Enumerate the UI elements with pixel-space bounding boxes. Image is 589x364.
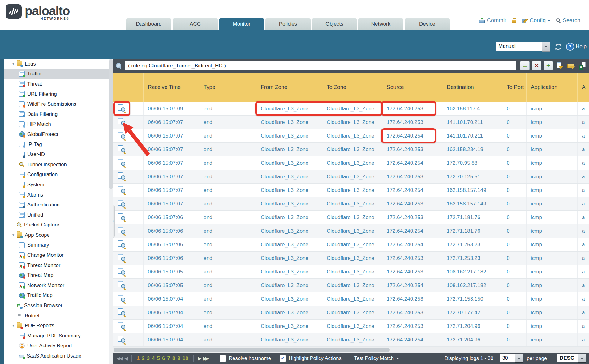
- cell-source[interactable]: 172.64.240.254: [382, 129, 442, 142]
- cell-action[interactable]: a: [578, 333, 589, 346]
- cell-application[interactable]: icmp: [527, 238, 578, 251]
- log-detail-button[interactable]: [113, 116, 130, 129]
- sidebar-item-data-filtering[interactable]: Data Filtering: [4, 109, 113, 119]
- cell-receive-time[interactable]: 06/06 15:07:07: [144, 197, 199, 210]
- sidebar-item-alarms[interactable]: Alarms: [4, 190, 113, 200]
- column-header-type[interactable]: Type: [199, 73, 256, 102]
- cell-source[interactable]: 172.64.240.254: [382, 224, 442, 238]
- cell-to-port[interactable]: 0: [502, 292, 527, 306]
- cell-to-port[interactable]: 0: [502, 116, 527, 129]
- cell-source[interactable]: 172.64.240.253: [382, 252, 442, 265]
- log-detail-button[interactable]: [113, 320, 130, 333]
- sidebar-item-network-monitor[interactable]: Network Monitor: [4, 280, 113, 290]
- cell-application[interactable]: icmp: [527, 102, 578, 115]
- sidebar-item-wildfire-submissions[interactable]: WildFire Submissions: [4, 99, 113, 109]
- cell-receive-time[interactable]: 06/06 15:07:04: [144, 306, 199, 319]
- sidebar-item-globalprotect[interactable]: GlobalProtect: [4, 129, 113, 139]
- cell-destination[interactable]: 172.71.153.150: [442, 292, 502, 306]
- cell-type[interactable]: end: [199, 252, 256, 265]
- cell-application[interactable]: icmp: [527, 292, 578, 306]
- cell-source[interactable]: 172.64.240.254: [382, 184, 442, 197]
- cell-type[interactable]: end: [199, 292, 256, 306]
- cell-from-zone[interactable]: Cloudflare_L3_Zone: [256, 156, 322, 170]
- column-header-receive-time[interactable]: Receive Time: [144, 73, 199, 102]
- cell-to-zone[interactable]: Cloudflare_L3_Zone: [322, 333, 382, 346]
- cell-from-zone[interactable]: Cloudflare_L3_Zone: [256, 224, 322, 238]
- cell-to-zone[interactable]: Cloudflare_L3_Zone: [322, 211, 382, 224]
- sidebar-item-url-filtering[interactable]: URL Filtering: [4, 89, 113, 99]
- cell-source[interactable]: 172.64.240.253: [382, 320, 442, 333]
- sidebar-item-threat-monitor[interactable]: Threat Monitor: [4, 260, 113, 270]
- cell-to-zone[interactable]: Cloudflare_L3_Zone: [322, 143, 382, 156]
- sidebar-item-logs[interactable]: ▼Logs: [4, 59, 113, 69]
- sidebar-item-system[interactable]: System: [4, 180, 113, 190]
- cell-source[interactable]: 172.64.240.253: [382, 170, 442, 183]
- cell-action[interactable]: a: [578, 224, 589, 238]
- cell-type[interactable]: end: [199, 116, 256, 129]
- cell-type[interactable]: end: [199, 143, 256, 156]
- cell-to-port[interactable]: 0: [502, 224, 527, 238]
- cell-type[interactable]: end: [199, 333, 256, 346]
- sidebar-item-manage-pdf-summary[interactable]: Manage PDF Summary: [4, 331, 113, 341]
- cell-type[interactable]: end: [199, 238, 256, 251]
- cell-from-zone[interactable]: Cloudflare_L3_Zone: [256, 129, 322, 142]
- log-detail-button[interactable]: [113, 197, 130, 210]
- cell-to-zone[interactable]: Cloudflare_L3_Zone: [322, 238, 382, 251]
- column-header-source[interactable]: Source: [382, 73, 442, 102]
- cell-receive-time[interactable]: 06/06 15:07:06: [144, 224, 199, 238]
- cell-destination[interactable]: 172.71.253.23: [442, 238, 502, 251]
- cell-type[interactable]: end: [199, 156, 256, 170]
- cell-to-port[interactable]: 0: [502, 197, 527, 210]
- sidebar-item-ip-tag[interactable]: IP-Tag: [4, 139, 113, 150]
- edit-filter-icon[interactable]: [555, 61, 564, 70]
- cell-type[interactable]: end: [199, 306, 256, 319]
- cell-receive-time[interactable]: 06/06 15:07:04: [144, 292, 199, 306]
- cell-to-port[interactable]: 0: [502, 129, 527, 142]
- cell-destination[interactable]: 172.70.95.88: [442, 156, 502, 170]
- config-menu-button[interactable]: Config: [522, 17, 551, 24]
- log-detail-button[interactable]: [113, 265, 130, 278]
- expand-triangle-icon[interactable]: ▼: [10, 324, 17, 327]
- table-horizontal-scrollbar[interactable]: [113, 347, 589, 353]
- cell-source[interactable]: 172.64.240.254: [382, 279, 442, 292]
- cell-application[interactable]: icmp: [527, 197, 578, 210]
- cell-from-zone[interactable]: Cloudflare_L3_Zone: [256, 143, 322, 156]
- cell-from-zone[interactable]: Cloudflare_L3_Zone: [256, 197, 322, 210]
- column-header-a[interactable]: A: [578, 73, 589, 102]
- cell-application[interactable]: icmp: [527, 116, 578, 129]
- sidebar-item-summary[interactable]: Summary: [4, 240, 113, 250]
- cell-to-port[interactable]: 0: [502, 320, 527, 333]
- cell-destination[interactable]: 172.71.253.23: [442, 252, 502, 265]
- cell-to-zone[interactable]: Cloudflare_L3_Zone: [322, 279, 382, 292]
- cell-to-zone[interactable]: Cloudflare_L3_Zone: [322, 265, 382, 278]
- cell-from-zone[interactable]: Cloudflare_L3_Zone: [256, 238, 322, 251]
- tab-acc[interactable]: ACC: [173, 18, 218, 30]
- page-number-10[interactable]: 10: [183, 355, 188, 362]
- cell-to-port[interactable]: 0: [502, 156, 527, 170]
- sidebar-item-configuration[interactable]: Configuration: [4, 170, 113, 180]
- sidebar-item-traffic[interactable]: Traffic: [4, 69, 113, 79]
- cell-to-zone[interactable]: Cloudflare_L3_Zone: [322, 292, 382, 306]
- log-detail-button[interactable]: [113, 211, 130, 224]
- cell-from-zone[interactable]: Cloudflare_L3_Zone: [256, 184, 322, 197]
- cell-receive-time[interactable]: 06/06 15:07:09: [144, 102, 199, 115]
- cell-action[interactable]: a: [578, 265, 589, 278]
- cell-action[interactable]: a: [578, 197, 589, 210]
- cell-action[interactable]: a: [578, 102, 589, 115]
- cell-destination[interactable]: 108.162.217.182: [442, 279, 502, 292]
- cell-receive-time[interactable]: 06/06 15:07:07: [144, 184, 199, 197]
- cell-type[interactable]: end: [199, 170, 256, 183]
- cell-to-port[interactable]: 0: [502, 211, 527, 224]
- sidebar-item-pdf-reports[interactable]: ▼PDF Reports: [4, 320, 113, 331]
- log-detail-button[interactable]: [113, 102, 130, 115]
- expand-triangle-icon[interactable]: ▼: [10, 233, 17, 237]
- cell-source[interactable]: 172.64.240.253: [382, 306, 442, 319]
- cell-to-zone[interactable]: Cloudflare_L3_Zone: [322, 224, 382, 238]
- cell-type[interactable]: end: [199, 224, 256, 238]
- cell-receive-time[interactable]: 06/06 15:07:06: [144, 238, 199, 251]
- tab-policies[interactable]: Policies: [265, 18, 311, 30]
- sidebar-scrollbar[interactable]: [109, 59, 113, 364]
- log-detail-button[interactable]: [113, 143, 130, 156]
- cell-action[interactable]: a: [578, 211, 589, 224]
- cell-to-port[interactable]: 0: [502, 102, 527, 115]
